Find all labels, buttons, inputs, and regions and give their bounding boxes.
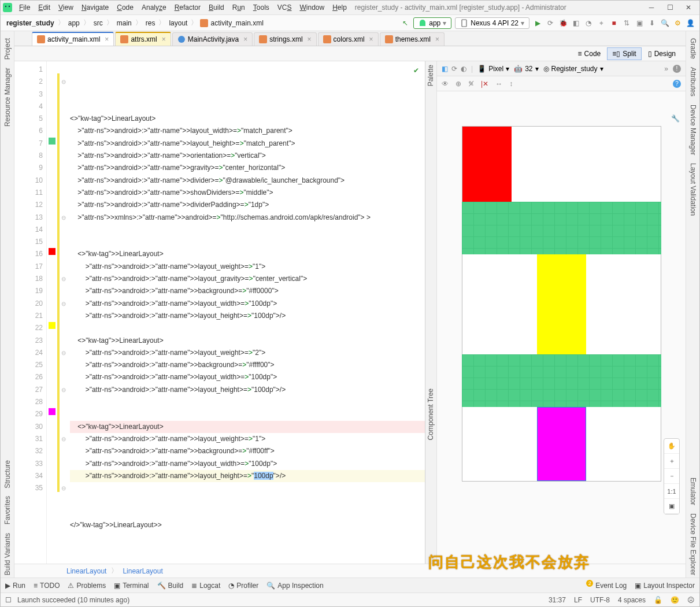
code-text-area[interactable]: ✔ <>"kw-tag">>LinearLayout> >"attr-ns">>… [68,61,425,564]
project-tool[interactable]: Project [3,36,12,62]
zoom-fit-button[interactable]: ▣ [664,499,679,514]
user-icon[interactable]: 👤 [686,18,695,28]
attach-icon[interactable]: ⌖ [597,18,606,28]
right-toolwindow-bar[interactable]: Gradle Attributes Device Manager Layout … [686,31,699,578]
tab-mainactivity[interactable]: MainActivity.java× [172,32,253,46]
structure-tool[interactable]: Structure [3,458,12,491]
design-canvas[interactable]: 🔧 ✋ ＋ － 1:1 ▣ [437,91,686,564]
preview-red-box[interactable] [462,127,512,202]
run-icon[interactable]: ▶ [533,18,542,28]
left-toolwindow-bar[interactable]: Project Resource Manager Structure Favor… [1,31,14,578]
menu-build[interactable]: Build [205,2,228,13]
warnings-icon[interactable]: ! [673,65,681,73]
clear-icon[interactable]: |✕ [481,80,488,88]
app-inspection-tool[interactable]: 🔍 App Inspection [266,582,323,590]
menu-code[interactable]: Code [113,2,137,13]
crumb-2[interactable]: src [92,19,104,27]
main-menu[interactable]: File Edit View Navigate Code Analyze Ref… [16,2,350,13]
file-encoding[interactable]: UTF-8 [590,596,610,604]
sync-icon[interactable]: ⇅ [622,18,631,28]
close-tab-icon[interactable]: × [162,35,166,43]
readonly-lock-icon[interactable]: 🔓 [654,596,662,604]
emulator-tool[interactable]: Emulator [689,475,697,508]
design-surface-icon[interactable]: ◧ [442,65,448,73]
debug-icon[interactable]: 🐞 [558,18,568,28]
crumb-0[interactable]: register_study [5,19,55,27]
minimize-button[interactable]: ─ [643,2,660,13]
avd-icon[interactable]: ▣ [635,18,644,28]
zoom-1to1-button[interactable]: 1:1 [664,484,679,499]
zoom-controls[interactable]: ✋ ＋ － 1:1 ▣ [664,438,680,515]
pan-horizontal-icon[interactable]: ↔ [495,80,502,88]
fold-gutter[interactable]: ⊖⊖⊖⊖⊖⊖⊖⊖ [60,61,68,564]
tab-activity-main[interactable]: activity_main.xml× [32,32,114,46]
tab-attrs[interactable]: attrs.xml× [115,32,171,46]
crumb-5[interactable]: layout [168,19,188,27]
inspection-ok-icon[interactable]: ✔ [413,65,419,77]
event-log-tool[interactable]: 2 Event Log [590,582,627,590]
close-tab-icon[interactable]: × [435,35,439,43]
crumb-6[interactable]: activity_main.xml [209,19,264,27]
close-tab-icon[interactable]: × [243,35,247,43]
device-manager-tool[interactable]: Device Manager [689,102,697,157]
menu-tools[interactable]: Tools [250,2,273,13]
menu-analyze[interactable]: Analyze [138,2,170,13]
maximize-button[interactable]: ☐ [661,2,679,13]
stop-icon[interactable]: ■ [609,18,618,28]
view-mode-code[interactable]: ≡ Code [573,47,606,60]
tab-strings[interactable]: strings.xml× [254,32,316,46]
sdk-icon[interactable]: ⬇ [647,18,657,28]
gradle-tool[interactable]: Gradle [689,36,697,61]
night-mode-icon[interactable]: ◐ [461,65,466,73]
layout-inspector-tool[interactable]: ▣ Layout Inspector [635,582,695,590]
api-picker[interactable]: 🤖 32 ▾ [514,65,538,73]
help-icon[interactable]: ? [673,80,681,88]
resource-manager-tool[interactable]: Resource Manager [3,65,12,129]
pan-hand-icon[interactable]: ✋ [664,439,679,454]
menu-vcs[interactable]: VCS [274,2,295,13]
line-separator[interactable]: LF [574,596,582,604]
struct-crumb-1[interactable]: LinearLayout [123,567,162,575]
search-icon[interactable]: 🔍 [660,18,669,28]
menu-edit[interactable]: Edit [35,2,54,13]
terminal-tool[interactable]: ▣ Terminal [114,582,149,590]
line-number-gutter[interactable]: 1234567891011121314151617181920212223242… [14,61,47,564]
smiley-bad-icon[interactable]: ☹ [687,596,695,604]
indent-settings[interactable]: 4 spaces [618,596,646,604]
close-tab-icon[interactable]: × [369,35,373,43]
close-tab-icon[interactable]: × [308,35,312,43]
attributes-tool[interactable]: Attributes [689,65,697,99]
palette-label[interactable]: Palette [425,61,436,90]
crumb-4[interactable]: res [145,19,157,27]
problems-tool[interactable]: ⚠ Problems [68,582,106,590]
coverage-icon[interactable]: ◧ [571,18,580,28]
breadcrumb[interactable]: register_study〉 app〉 src〉 main〉 res〉 lay… [5,18,265,28]
zoom-in-button[interactable]: ＋ [664,454,679,469]
favorites-tool[interactable]: Favorites [3,494,12,527]
todo-tool[interactable]: ≡ TODO [34,582,60,590]
wrench-icon[interactable]: 🔧 [671,114,680,123]
menu-window[interactable]: Window [296,2,328,13]
palette-sidebar[interactable]: Palette Component Tree [425,61,437,564]
close-button[interactable]: ✕ [680,2,697,13]
code-editor[interactable]: 1234567891011121314151617181920212223242… [14,61,425,564]
theme-picker[interactable]: ◎ Register_study ▾ [543,65,603,73]
struct-crumb-0[interactable]: LinearLayout [66,567,106,575]
margin-icon[interactable]: ✎̸ [468,80,474,88]
device-combo[interactable]: Nexus 4 API 22▾ [455,17,529,29]
profile-icon[interactable]: ◔ [584,18,593,28]
pan-vertical-icon[interactable]: ↕ [509,80,513,88]
preview-surface[interactable] [462,126,661,482]
tab-themes[interactable]: themes.xml× [380,32,445,46]
apply-changes-icon[interactable]: ⟳ [546,18,555,28]
menu-help[interactable]: Help [329,2,350,13]
profiler-tool[interactable]: ◔ Profiler [228,582,258,590]
status-box-icon[interactable]: ☐ [5,596,12,604]
run-config-combo[interactable]: app▾ [413,17,451,29]
autoconnect-icon[interactable]: ⊕ [455,80,461,88]
run-tool[interactable]: ▶ Run [5,582,25,590]
menu-run[interactable]: Run [229,2,249,13]
menu-refactor[interactable]: Refactor [171,2,204,13]
back-arrow-icon[interactable]: ↖ [401,18,410,28]
settings-icon[interactable]: ⚙ [673,18,682,28]
